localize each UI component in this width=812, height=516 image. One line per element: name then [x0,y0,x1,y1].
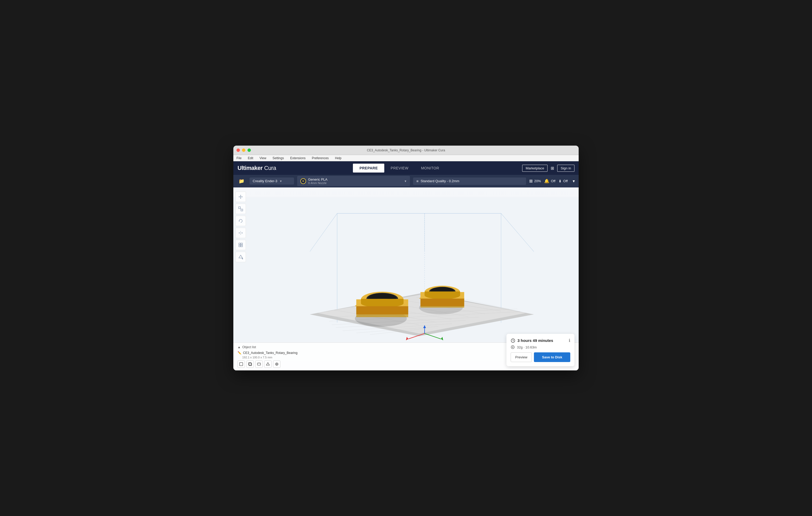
quality-icon: ≡ [416,179,418,183]
header-right: Marketplace ⊞ Sign in [522,165,575,172]
open-file-button[interactable]: 📁 [236,177,246,185]
menu-file[interactable]: File [235,156,242,160]
minimize-button[interactable] [242,149,245,152]
menu-preferences[interactable]: Preferences [311,156,330,160]
support-value: Off [551,179,555,183]
quality-selector[interactable]: ≡ Standard Quality - 0.2mm [413,178,526,185]
quality-label: Standard Quality - 0.2mm [420,179,459,183]
material-selector[interactable]: ① Generic PLA 0.4mm Nozzle ▼ [297,176,410,186]
app-header: Ultimaker Cura PREPARE PREVIEW MONITOR M… [233,161,579,175]
svg-marker-73 [266,363,269,365]
infill-icon: ⊠ [529,179,532,183]
svg-marker-6 [239,232,240,234]
menu-bar: File Edit View Settings Extensions Prefe… [233,155,579,161]
svg-rect-8 [239,243,240,245]
material-info: Generic PLA 0.4mm Nozzle [308,178,327,185]
infill-value: 20% [534,179,541,183]
material-name: Generic PLA [308,178,327,181]
logo: Ultimaker Cura [237,165,276,172]
svg-marker-7 [241,232,242,234]
material-dropdown-arrow: ▼ [404,180,407,183]
svg-line-79 [513,341,514,341]
printer-name: Creality Ender-3 [253,179,277,183]
svg-rect-10 [239,245,240,247]
action-btn-4[interactable] [273,361,281,368]
menu-edit[interactable]: Edit [247,156,254,160]
maximize-button[interactable] [248,149,251,152]
svg-rect-70 [257,363,261,365]
print-buttons: Preview Save to Disk [511,352,570,362]
menu-help[interactable]: Help [334,156,343,160]
rotate-tool[interactable] [235,216,246,226]
logo-ultimaker: Ultimaker [237,165,263,172]
app-window: CE3_Autodesk_Tanks_Rotary_Bearing - Ulti… [233,146,579,370]
svg-point-14 [242,258,243,259]
print-time-text: 3 hours 49 minutes [511,338,553,343]
object-name: CE3_Autodesk_Tanks_Rotary_Bearing [243,351,297,355]
adhesion-value: Off [563,179,568,183]
traffic-lights [236,149,251,152]
grid-icon[interactable]: ⊞ [551,166,554,171]
svg-marker-49 [356,306,408,314]
printer-dropdown-arrow: ▼ [280,180,282,183]
logo-cura: Cura [264,165,276,172]
svg-marker-12 [239,255,242,258]
marketplace-button[interactable]: Marketplace [522,165,548,172]
support-tool[interactable] [235,240,246,250]
tab-monitor[interactable]: MONITOR [415,164,445,172]
svg-rect-9 [241,243,242,245]
print-info-panel: 3 hours 49 minutes ℹ 32g · 10.63m Previe… [506,334,575,366]
title-bar: CE3_Autodesk_Tanks_Rotary_Bearing - Ulti… [233,146,579,155]
support-icon: 🔔 [544,179,549,183]
material-weight-icon [511,345,515,349]
material-icon: ① [300,178,306,184]
viewport[interactable]: ▲ Object list ✏️ CE3_Autodesk_Tanks_Rota… [233,187,579,370]
print-time-section: 3 hours 49 minutes ℹ [511,338,570,343]
main-content: ▲ Object list ✏️ CE3_Autodesk_Tanks_Rota… [233,187,579,370]
mirror-tool[interactable] [235,228,246,238]
adhesion-section[interactable]: ⬇ Off [558,179,568,183]
save-to-disk-button[interactable]: Save to Disk [534,352,570,362]
info-icon[interactable]: ℹ [569,338,570,343]
tab-preview[interactable]: PREVIEW [384,164,415,172]
per-model-tool[interactable] [235,252,246,262]
material-nozzle: 0.4mm Nozzle [308,181,327,185]
toolbar-settings-arrow[interactable]: ▼ [572,179,576,183]
tab-prepare[interactable]: PREPARE [353,164,384,173]
svg-rect-11 [241,245,242,247]
infill-section[interactable]: ⊠ 20% [529,179,541,183]
svg-rect-3 [241,209,243,211]
svg-point-81 [512,346,513,348]
close-button[interactable] [236,149,240,152]
preview-button[interactable]: Preview [511,352,532,362]
menu-view[interactable]: View [258,156,267,160]
move-tool[interactable] [235,192,246,202]
nav-tabs: PREPARE PREVIEW MONITOR [353,164,445,173]
action-btn-2[interactable] [255,361,263,368]
signin-button[interactable]: Sign in [557,165,575,172]
menu-extensions[interactable]: Extensions [289,156,307,160]
clock-icon [511,338,515,343]
action-btn-3[interactable] [264,361,271,368]
print-material-value: 32g · 10.63m [517,345,537,349]
toolbar: 📁 Creality Ender-3 ▼ ① Generic PLA 0.4mm… [233,175,579,187]
adhesion-icon: ⬇ [558,179,562,183]
support-section[interactable]: 🔔 Off [544,179,555,183]
window-title: CE3_Autodesk_Tanks_Rotary_Bearing - Ulti… [367,149,445,152]
svg-marker-59 [420,299,464,306]
printer-selector[interactable]: Creality Ender-3 ▼ [250,178,294,185]
print-material-section: 32g · 10.63m [511,345,570,349]
svg-line-4 [240,209,241,209]
svg-point-58 [425,292,460,299]
scale-tool[interactable] [235,204,246,214]
menu-settings[interactable]: Settings [271,156,285,160]
svg-rect-2 [239,207,240,209]
tool-sidebar [233,187,248,370]
print-time-value: 3 hours 49 minutes [517,338,553,343]
